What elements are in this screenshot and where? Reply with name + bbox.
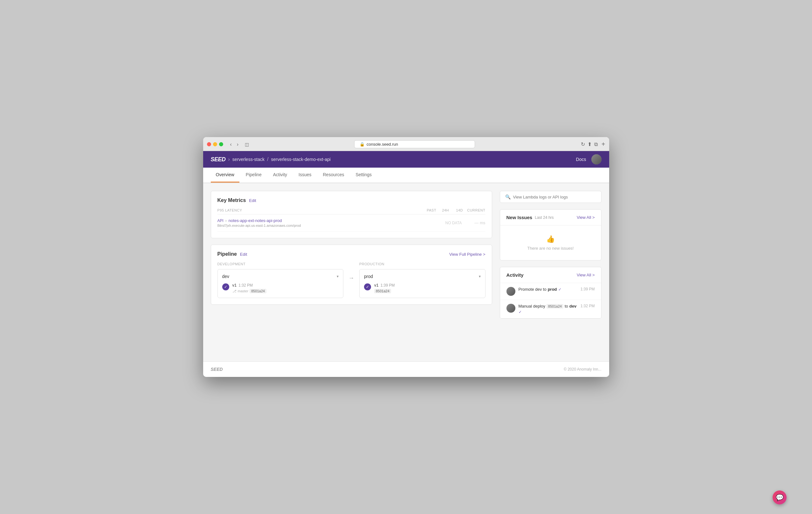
activity-content-2: Manual deploy 8501a24 to dev ✓ [519,304,577,314]
pipeline-stage-arrow: → [348,262,354,282]
duplicate-button[interactable]: ⧉ [594,141,598,147]
prod-dropdown-icon[interactable]: ▾ [479,274,481,279]
col-current: CURRENT [467,208,485,212]
tab-resources[interactable]: Resources [318,168,349,182]
docs-link[interactable]: Docs [576,157,586,162]
tab-activity[interactable]: Activity [268,168,292,182]
search-icon: 🔍 [505,194,511,199]
reload-button[interactable]: ↻ [581,141,585,147]
breadcrumb-app[interactable]: serverless-stack-demo-ext-api [271,157,331,162]
tab-settings[interactable]: Settings [350,168,377,182]
back-button[interactable]: ‹ [228,141,234,148]
stage-prod: PRODUCTION prod ▾ ✓ [359,262,486,298]
url-text: console.seed.run [367,142,398,147]
app-header: SEED › serverless-stack / serverless-sta… [203,151,609,168]
dev-time: 1:32 PM [238,283,253,288]
issues-title: New Issues [506,215,532,220]
chevron-right-icon: › [225,219,227,223]
issues-header: New Issues Last 24 hrs View All > [500,209,601,226]
tab-overview[interactable]: Overview [211,168,239,182]
activity-time-1: 1:39 PM [581,287,595,291]
key-metrics-edit[interactable]: Edit [249,198,256,203]
stage-dev: DEVELOPMENT dev ▾ ✓ [218,262,344,298]
api-label: API [218,219,224,223]
activity-header: Activity View All > [500,267,601,283]
activity-target-1: prod [548,287,557,292]
pipeline-header: Pipeline Edit View Full Pipeline > [218,251,486,257]
dev-check-icon: ✓ [222,283,229,290]
nav-tabs: Overview Pipeline Activity Issues Resour… [203,168,609,183]
pipeline-card: Pipeline Edit View Full Pipeline > DEVEL… [211,245,492,305]
app-logo[interactable]: SEED [211,156,226,163]
footer-copyright: © 2020 Anomaly Inn... [564,367,601,372]
key-metrics-title: Key Metrics [218,198,246,203]
stage-dev-selector: dev ▾ [222,274,339,279]
activity-time-2: 1:32 PM [581,304,595,308]
search-box[interactable]: 🔍 [500,191,602,203]
prod-check-icon: ✓ [364,283,371,290]
pipeline-title-text: Pipeline [218,251,237,257]
dev-dropdown-icon[interactable]: ▾ [337,274,339,279]
tab-icon-button[interactable]: ◫ [243,141,251,148]
dev-branch: master [238,289,249,293]
current-value: — ms [474,221,485,225]
stage-prod-deploy: ✓ v1 1:39 PM 8501a24 [364,283,481,293]
dev-version: v1 [232,283,237,288]
prod-version: v1 [374,283,379,288]
app-footer: SEED © 2020 Anomaly Inn... [203,361,609,377]
thumbs-up-icon: 👍 [546,235,555,243]
activity-item-1: Promote dev to prod ✓ 1:39 PM [500,283,601,300]
activity-commit-2: 8501a24 [547,304,563,309]
no-issues-area: 👍 There are no new issues! [500,226,601,260]
minimize-button[interactable] [213,142,217,146]
footer-logo: SEED [211,367,223,372]
unit-label: ms [480,221,485,225]
maximize-button[interactable] [219,142,223,146]
issues-view-all[interactable]: View All > [577,215,595,220]
left-column: Key Metrics Edit P95 LATENCY PAST 24H 14… [211,191,492,354]
new-tab-button[interactable]: + [602,141,605,148]
metric-row: API › notes-app-ext-notes-api-prod 8itrs… [218,215,486,232]
address-bar[interactable]: 🔒 console.seed.run [354,140,475,148]
new-issues-card: New Issues Last 24 hrs View All > 👍 Ther… [500,209,602,260]
traffic-lights [207,142,223,146]
chat-bubble[interactable]: 💬 [773,490,787,505]
prod-deploy-info: v1 1:39 PM 8501a24 [374,283,481,293]
col-past: PAST [425,208,438,212]
main-content: Key Metrics Edit P95 LATENCY PAST 24H 14… [203,183,609,361]
activity-action-2: Manual deploy [519,304,546,309]
activity-action-1: Promote dev to [519,287,547,292]
forward-button[interactable]: › [235,141,240,148]
browser-chrome: ‹ › ◫ 🔒 console.seed.run ↻ ⬆ ⧉ + [203,137,609,151]
stage-prod-name[interactable]: prod [364,274,373,279]
stage-prod-card: prod ▾ ✓ v1 1:39 PM [359,269,486,298]
col-14d: 14D [453,208,466,212]
metrics-table-header: P95 LATENCY PAST 24H 14D CURRENT [218,208,486,215]
close-button[interactable] [207,142,211,146]
activity-item-2: Manual deploy 8501a24 to dev ✓ 1:32 PM [500,300,601,318]
stage-dev-name[interactable]: dev [222,274,230,279]
pipeline-edit[interactable]: Edit [240,252,247,257]
tab-pipeline[interactable]: Pipeline [241,168,267,182]
view-pipeline-link[interactable]: View Full Pipeline > [449,252,486,257]
tab-issues[interactable]: Issues [293,168,316,182]
stage-dev-deploy: ✓ v1 1:32 PM ⎇ master [222,283,339,293]
search-input[interactable] [513,195,596,199]
activity-content-1: Promote dev to prod ✓ [519,287,577,292]
activity-view-all[interactable]: View All > [577,273,595,277]
branch-icon: ⎇ [232,289,236,293]
breadcrumb-separator: › [228,156,230,162]
breadcrumb-org[interactable]: serverless-stack [232,157,264,162]
user-avatar[interactable] [591,154,602,165]
api-url: 8itrsl7jxh.execute-api.us-east-1.amazona… [218,224,445,227]
share-button[interactable]: ⬆ [587,141,592,147]
col-latency: P95 LATENCY [218,208,426,212]
chat-icon: 💬 [776,494,784,501]
stage-prod-label: PRODUCTION [359,262,486,266]
no-data-label: NO DATA [445,221,462,225]
api-name[interactable]: notes-app-ext-notes-api-prod [229,218,282,223]
prod-commit: 8501a24 [374,289,391,293]
stage-dev-label: DEVELOPMENT [218,262,344,266]
dev-commit: 8501a24 [250,289,266,293]
prod-time: 1:39 PM [381,283,395,288]
